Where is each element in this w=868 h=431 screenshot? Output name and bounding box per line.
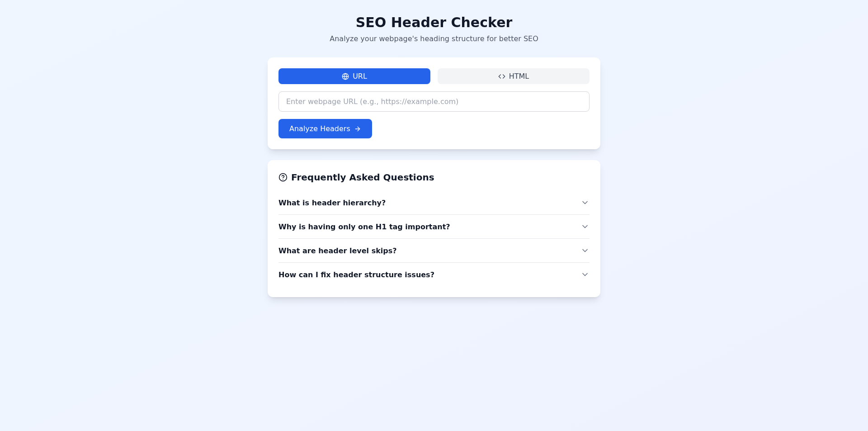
input-card: URL HTML Analyze Headers — [268, 57, 600, 149]
faq-question-button[interactable]: What is header hierarchy? — [278, 191, 590, 214]
analyze-button-label: Analyze Headers — [289, 124, 350, 133]
faq-card: Frequently Asked Questions What is heade… — [268, 160, 600, 297]
arrow-right-icon — [354, 125, 361, 133]
faq-list: What is header hierarchy? Why is having … — [278, 191, 590, 286]
tab-url-label: URL — [353, 72, 367, 81]
chevron-down-icon — [580, 198, 590, 207]
faq-question-button[interactable]: Why is having only one H1 tag important? — [278, 215, 590, 238]
faq-question-text: How can I fix header structure issues? — [278, 270, 434, 279]
faq-item: Why is having only one H1 tag important? — [278, 215, 590, 239]
faq-title-row: Frequently Asked Questions — [278, 171, 590, 184]
help-circle-icon — [278, 173, 288, 182]
page-title: SEO Header Checker — [268, 14, 600, 31]
tab-html-label: HTML — [509, 72, 529, 81]
globe-icon — [342, 73, 349, 80]
faq-item: How can I fix header structure issues? — [278, 263, 590, 286]
faq-question-text: What are header level skips? — [278, 246, 397, 255]
faq-question-text: What is header hierarchy? — [278, 199, 386, 207]
faq-question-text: Why is having only one H1 tag important? — [278, 223, 450, 231]
tab-html[interactable]: HTML — [438, 68, 590, 84]
url-input[interactable] — [278, 91, 590, 112]
code-icon — [498, 73, 505, 80]
chevron-down-icon — [580, 222, 590, 231]
faq-question-button[interactable]: What are header level skips? — [278, 239, 590, 262]
tab-url[interactable]: URL — [278, 68, 430, 84]
faq-item: What is header hierarchy? — [278, 191, 590, 215]
page-subtitle: Analyze your webpage's heading structure… — [268, 34, 600, 43]
page-header: SEO Header Checker Analyze your webpage'… — [268, 14, 600, 43]
faq-title: Frequently Asked Questions — [291, 171, 434, 184]
chevron-down-icon — [580, 246, 590, 255]
faq-item: What are header level skips? — [278, 239, 590, 263]
tab-row: URL HTML — [278, 68, 590, 84]
faq-question-button[interactable]: How can I fix header structure issues? — [278, 263, 590, 286]
chevron-down-icon — [580, 270, 590, 279]
analyze-button[interactable]: Analyze Headers — [278, 119, 372, 138]
